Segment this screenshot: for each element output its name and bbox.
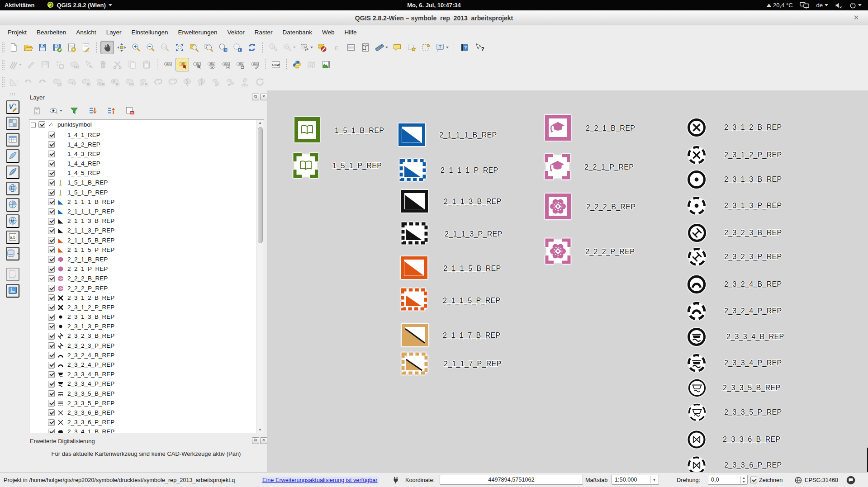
- layer-checkbox[interactable]: [48, 151, 55, 157]
- layer-row[interactable]: 2_3_3_5_B_REP: [29, 389, 264, 398]
- layer-label[interactable]: 1_5_1_B_REP: [67, 179, 108, 186]
- dropdown-caret-icon[interactable]: [17, 253, 19, 255]
- add-vector-layer-button[interactable]: V: [6, 100, 19, 114]
- weather-indicator[interactable]: 20,4 °C: [767, 2, 793, 9]
- map-theme-button[interactable]: [6, 284, 19, 298]
- layer-label[interactable]: 2_3_3_5_B_REP: [67, 390, 114, 397]
- layer-checkbox[interactable]: [48, 400, 55, 407]
- merge-attributes-button[interactable]: [224, 75, 237, 89]
- layer-label[interactable]: 2_3_4_1_B_REP: [67, 428, 114, 433]
- duplicate-layers-button[interactable]: [305, 58, 318, 71]
- layer-row[interactable]: 2_1_1_1_P_REP: [29, 207, 264, 217]
- snap-points-button[interactable]: [53, 58, 66, 71]
- add-raster-layer-button[interactable]: [6, 117, 19, 130]
- map-canvas[interactable]: 1_5_1_B_REP 1_5_1_P_REP2_1_1_1_B_REP2_1_…: [267, 90, 868, 472]
- layer-checkbox[interactable]: [48, 304, 55, 311]
- raster-image-button[interactable]: [319, 58, 333, 71]
- paste-features-button[interactable]: [140, 58, 153, 71]
- delete-ring-button[interactable]: [123, 75, 136, 89]
- crs-globe-icon[interactable]: [795, 473, 802, 487]
- add-delimited-text-button[interactable]: a,b: [6, 231, 19, 244]
- label-properties-button[interactable]: abc: [248, 58, 261, 71]
- layer-label[interactable]: 2_1_1_1_P_REP: [67, 208, 114, 215]
- delete-part-button[interactable]: [137, 75, 151, 89]
- add-mssql-layer-button[interactable]: [6, 165, 19, 179]
- layer-row[interactable]: 2_1_1_3_B_REP: [29, 217, 264, 226]
- toolbar-handle[interactable]: [1, 76, 5, 87]
- filter-legend-button[interactable]: [67, 105, 81, 117]
- crs-label[interactable]: EPSG:31468: [805, 473, 838, 487]
- layer-row[interactable]: 1_4_1_REP: [29, 130, 264, 140]
- activities-button[interactable]: Aktivitäten: [5, 2, 34, 9]
- layer-checkbox[interactable]: [48, 381, 55, 388]
- layer-checkbox[interactable]: [48, 352, 55, 359]
- pan-to-selection-button[interactable]: [115, 41, 128, 54]
- layer-row[interactable]: 1_4_4_REP: [29, 159, 264, 169]
- bookmark-new-button[interactable]: [405, 41, 418, 54]
- coordinate-input[interactable]: 4497894,5751062: [440, 475, 583, 485]
- spin-arrows-icon[interactable]: ▲▼: [740, 476, 747, 484]
- dropdown-caret-icon[interactable]: [293, 47, 296, 48]
- layer-row[interactable]: 1_5_1_B_REP: [29, 178, 264, 188]
- layer-row[interactable]: 2_1_1_5_P_REP: [29, 245, 264, 255]
- dropdown-caret-icon[interactable]: [310, 47, 313, 48]
- menu-einstellungen[interactable]: Einstellungen: [126, 27, 173, 38]
- log-messages-button[interactable]: [846, 473, 855, 487]
- scroll-down-icon[interactable]: ▼: [258, 428, 262, 432]
- layer-label[interactable]: 2_3_2_3_B_REP: [67, 332, 114, 339]
- add-spatialite-layer-button[interactable]: [6, 149, 19, 163]
- rotate-feature-button[interactable]: [50, 75, 64, 89]
- scrollbar-thumb[interactable]: [258, 127, 263, 243]
- plugin-icon[interactable]: [392, 473, 400, 487]
- layer-checkbox[interactable]: [48, 419, 55, 426]
- displays-indicator[interactable]: [800, 2, 810, 9]
- label-rotate-button[interactable]: abc: [233, 58, 247, 71]
- layer-row[interactable]: 2_3_3_6_B_REP: [29, 408, 264, 417]
- composer-new-button[interactable]: [65, 41, 78, 54]
- bookmark-show-button[interactable]: [419, 41, 433, 54]
- menu-datenbank[interactable]: Datenbank: [278, 27, 317, 38]
- layer-label[interactable]: 2_2_2_P_REP: [67, 285, 108, 292]
- attribute-table-button[interactable]: [344, 41, 358, 54]
- fill-ring-button[interactable]: [108, 75, 122, 89]
- layer-checkbox[interactable]: [48, 170, 55, 177]
- dropdown-caret-icon[interactable]: [385, 47, 388, 48]
- add-wcs-layer-button[interactable]: [6, 198, 19, 212]
- help-contents-button[interactable]: ?: [458, 41, 471, 54]
- layer-label[interactable]: 2_3_3_6_P_REP: [67, 419, 114, 426]
- layer-row[interactable]: 2_3_1_3_B_REP: [29, 312, 264, 322]
- layer-label[interactable]: 1_5_1_P_REP: [67, 189, 108, 196]
- layer-tree[interactable]: punktsymbol 1_4_1_REP 1_4_2_REP 1_4_3_RE…: [29, 119, 264, 433]
- split-features-button[interactable]: [180, 75, 194, 89]
- window-titlebar[interactable]: QGIS 2.8.2-Wien – symbole_rep_2013_arbei…: [0, 10, 868, 26]
- add-db-layer-button[interactable]: [6, 247, 19, 260]
- layer-label[interactable]: 1_4_3_REP: [67, 151, 100, 157]
- layer-row[interactable]: 2_3_3_4_B_REP: [29, 370, 264, 379]
- layer-label[interactable]: 2_3_2_3_P_REP: [67, 342, 114, 349]
- layer-label[interactable]: 2_3_3_4_B_REP: [67, 371, 114, 378]
- layer-tree-scrollbar[interactable]: ▲ ▼: [256, 120, 264, 433]
- layer-label[interactable]: 2_1_1_5_P_REP: [67, 246, 114, 253]
- simplify-feature-button[interactable]: [65, 75, 78, 89]
- zoom-last-button[interactable]: [216, 41, 230, 54]
- whats-this-button[interactable]: ?: [472, 41, 486, 54]
- save-as-button[interactable]: [50, 41, 64, 54]
- zoom-next-button[interactable]: [231, 41, 244, 54]
- add-part-button[interactable]: [94, 75, 107, 89]
- layer-checkbox[interactable]: [48, 246, 55, 253]
- zoom-out-button[interactable]: [144, 41, 157, 54]
- dropdown-caret-icon[interactable]: [19, 64, 22, 66]
- layer-label[interactable]: 2_2_2_B_REP: [67, 275, 108, 282]
- layer-label[interactable]: 1_4_2_REP: [67, 141, 100, 148]
- layer-group-row[interactable]: punktsymbol: [29, 120, 264, 130]
- layer-label[interactable]: 2_3_1_3_B_REP: [67, 313, 114, 320]
- layer-label[interactable]: 2_3_1_2_B_REP: [67, 294, 114, 301]
- layer-row[interactable]: 2_3_3_4_P_REP: [29, 379, 264, 389]
- layer-checkbox[interactable]: [48, 323, 55, 330]
- cut-features-button[interactable]: [111, 58, 124, 71]
- close-button[interactable]: ✕: [852, 14, 861, 22]
- layer-checkbox[interactable]: [48, 429, 55, 433]
- edit-multi-button[interactable]: [7, 58, 23, 71]
- merge-features-button[interactable]: [209, 75, 223, 89]
- layer-checkbox[interactable]: [48, 266, 55, 273]
